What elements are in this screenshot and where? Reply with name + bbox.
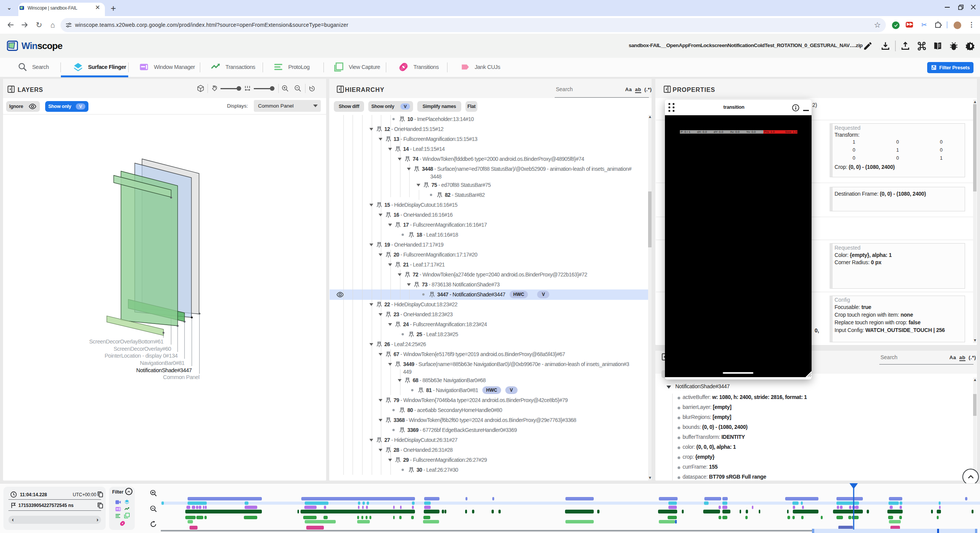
svg-text:PointerLocation - display 0#13: PointerLocation - display 0#134 [105,353,178,359]
svg-text:NavigationBar0#81: NavigationBar0#81 [140,360,185,366]
svg-text:ScreenDecorOverlayBottom#61: ScreenDecorOverlayBottom#61 [89,338,163,345]
svg-text:ScreenDecorOverlay#60: ScreenDecorOverlay#60 [114,346,172,352]
svg-text:Common Panel: Common Panel [163,374,199,380]
svg-text:NotificationShade#3447: NotificationShade#3447 [136,367,192,373]
